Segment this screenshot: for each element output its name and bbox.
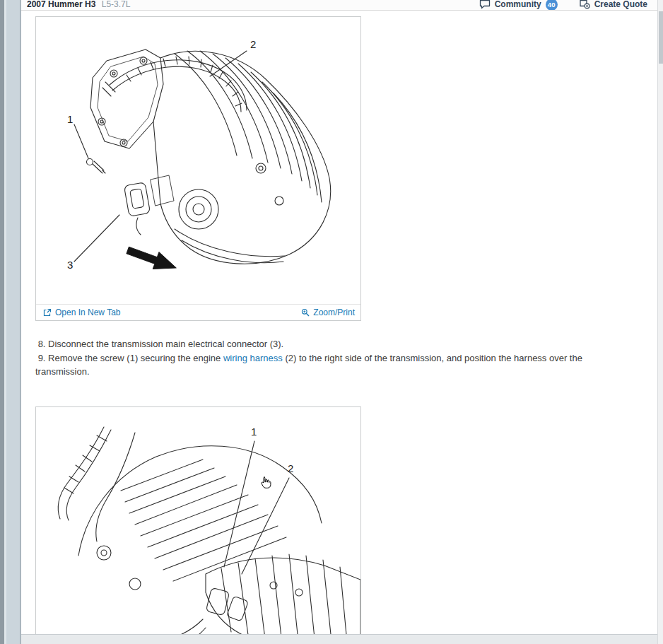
fig1-callout-1: 1 [67,113,73,125]
create-quote-label: Create Quote [594,0,647,9]
community-count-badge: 40 [546,0,558,11]
create-quote-button[interactable]: Create Quote [579,0,647,9]
engine-label: L5-3.7L [102,0,131,9]
community-chat-icon [479,0,491,9]
fig1-callout-3: 3 [67,259,73,271]
figure-panel-1: 2 1 3 Open In New Tab Zoom/Print [35,16,361,321]
transmission-diagram-1: 2 1 3 [36,17,360,305]
vehicle-title: 2007 Hummer H3 L5-3.7L [27,0,130,9]
left-panel-edge [0,0,21,644]
create-quote-icon [579,0,590,9]
vehicle-name: 2007 Hummer H3 [27,0,95,9]
wiring-harness-link[interactable]: wiring harness [223,353,283,363]
fig2-callout-2: 2 [288,462,293,474]
instruction-steps: 8. Disconnect the transmission main elec… [35,337,635,379]
mouse-cursor [259,476,272,492]
screw [87,159,106,174]
horizontal-scrollbar[interactable] [21,634,657,644]
wiring-harness-tube [102,57,247,112]
fig1-callout-2: 2 [250,38,256,50]
direction-arrow [124,242,179,276]
open-in-new-tab-icon [43,308,52,317]
transmission-diagram-2: 1 2 [36,407,360,634]
header-actions: Community 40 Create Quote [479,0,647,11]
figure-toolbar: Open In New Tab Zoom/Print [36,305,360,320]
vertical-scrollbar-thumb[interactable] [659,11,663,64]
community-button[interactable]: Community 40 [479,0,558,11]
article-content: 2 1 3 Open In New Tab Zoom/Print [21,11,657,634]
fig2-callout-1: 1 [251,426,257,438]
figure-panel-2: 1 2 [35,406,361,634]
step-8-text: 8. Disconnect the transmission main elec… [35,337,635,351]
bell-housing [90,49,163,148]
open-in-new-tab-label: Open In New Tab [55,308,121,317]
step-9-text: 9. Remove the screw (1) securing the eng… [35,351,635,379]
open-in-new-tab-link[interactable]: Open In New Tab [43,308,121,317]
zoom-print-label: Zoom/Print [313,308,355,317]
page-header: 2007 Hummer H3 L5-3.7L Community 40 [21,0,657,11]
zoom-icon [301,308,310,317]
step-9-text-before: 9. Remove the screw (1) securing the eng… [35,353,223,363]
vertical-scrollbar[interactable] [657,0,663,644]
electrical-connector [124,175,174,235]
zoom-print-link[interactable]: Zoom/Print [301,308,355,317]
community-label: Community [495,0,541,9]
